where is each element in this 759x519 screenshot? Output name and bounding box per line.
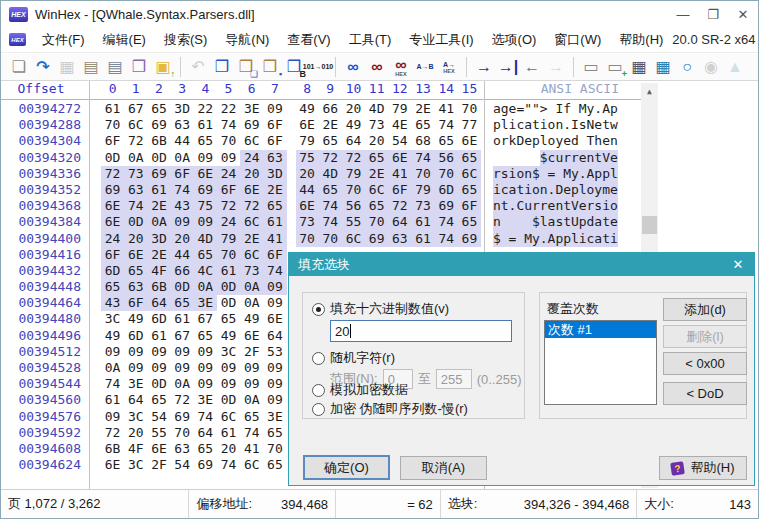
byte-cell[interactable]: 0A — [171, 150, 194, 166]
ansi-cell[interactable]: $ — [540, 150, 548, 166]
byte-cell[interactable]: 0A — [240, 279, 263, 295]
byte-cell[interactable]: 6E — [263, 311, 286, 327]
byte-cell[interactable]: 6F — [217, 182, 240, 198]
byte-cell[interactable]: 6F — [171, 166, 194, 182]
ansi-cell[interactable]: c — [516, 117, 524, 133]
help-button[interactable]: ? 帮助(H) — [659, 456, 747, 480]
pass-list-item[interactable]: 次数 #1 — [545, 321, 656, 338]
byte-cell[interactable]: 2E — [319, 117, 342, 133]
ansi-cell[interactable]: l — [610, 166, 618, 182]
byte-cell[interactable]: 65 — [319, 182, 342, 198]
byte-cell[interactable]: 63 — [124, 279, 147, 295]
ansi-cell[interactable]: l — [501, 117, 509, 133]
ansi-cell[interactable]: a — [594, 231, 602, 247]
ansi-cell[interactable]: t — [594, 150, 602, 166]
byte-cell[interactable]: 6E — [240, 182, 263, 198]
new-file-icon[interactable]: ❏ — [7, 55, 31, 79]
byte-cell[interactable]: 54 — [388, 133, 411, 149]
ansi-cell[interactable]: i — [509, 166, 517, 182]
byte-cell[interactable]: 0A — [240, 392, 263, 408]
byte-cell[interactable]: 0D — [217, 392, 240, 408]
find-hex-icon[interactable]: ∞HEX — [389, 55, 413, 79]
ansi-cell[interactable]: r — [587, 198, 595, 214]
byte-cell[interactable]: 65 — [263, 425, 286, 441]
byte-cell[interactable]: 54 — [147, 409, 170, 425]
byte-cell[interactable]: 79 — [296, 133, 319, 149]
byte-cell[interactable]: 6E — [124, 247, 147, 263]
ansi-cell[interactable]: A — [587, 166, 595, 182]
radio-simulate-encrypted[interactable]: 模拟加密数据 — [312, 381, 408, 399]
byte-cell[interactable]: 6E — [296, 198, 319, 214]
hex-value-input[interactable]: 20 — [330, 320, 512, 342]
ansi-cell[interactable]: y — [532, 231, 540, 247]
byte-cell[interactable]: 43 — [171, 198, 194, 214]
ansi-cell[interactable]: t — [602, 117, 610, 133]
ansi-cell[interactable]: . — [509, 198, 517, 214]
menu-item-file[interactable]: 文件(F) — [33, 27, 94, 53]
byte-cell[interactable]: 6E — [296, 117, 319, 133]
byte-cell[interactable]: 55 — [147, 425, 170, 441]
byte-cell[interactable]: 65 — [411, 117, 434, 133]
byte-cell[interactable]: 67 — [194, 311, 217, 327]
byte-cell[interactable]: 61 — [411, 231, 434, 247]
byte-cell[interactable]: 74 — [194, 409, 217, 425]
ansi-cell[interactable]: M — [579, 101, 587, 117]
byte-cell[interactable]: 09 — [217, 360, 240, 376]
paste-clipboard-icon[interactable]: ❒❏ — [234, 55, 258, 79]
byte-cell[interactable]: 20 — [124, 425, 147, 441]
ansi-cell[interactable] — [509, 150, 517, 166]
byte-cell[interactable]: 70 — [342, 182, 365, 198]
byte-cell[interactable]: 6E — [388, 150, 411, 166]
byte-cell[interactable]: 65 — [365, 150, 388, 166]
menu-item-tools[interactable]: 工具(T) — [340, 27, 401, 53]
byte-cell[interactable]: 3C — [124, 409, 147, 425]
byte-cell[interactable]: 09 — [124, 344, 147, 360]
byte-cell[interactable]: 0D — [217, 295, 240, 311]
byte-cell[interactable]: 4E — [388, 117, 411, 133]
ansi-cell[interactable]: M — [524, 231, 532, 247]
byte-cell[interactable]: 09 — [263, 101, 286, 117]
ansi-cell[interactable]: p — [579, 214, 587, 230]
byte-cell[interactable]: 6E — [194, 166, 217, 182]
byte-cell[interactable]: 2E — [147, 247, 170, 263]
byte-cell[interactable]: 65 — [194, 328, 217, 344]
document-icon[interactable]: HEX — [9, 33, 26, 46]
byte-cell[interactable]: 70 — [296, 231, 319, 247]
ansi-cell[interactable]: h — [594, 133, 602, 149]
close-button[interactable]: ✕ — [728, 1, 758, 27]
ansi-cell[interactable] — [501, 214, 509, 230]
byte-cell[interactable]: 6C — [124, 117, 147, 133]
byte-cell[interactable]: 09 — [171, 214, 194, 230]
byte-cell[interactable]: 65 — [458, 182, 481, 198]
byte-cell[interactable]: 0D — [147, 376, 170, 392]
byte-cell[interactable]: 4D — [365, 101, 388, 117]
ansi-cell[interactable]: " — [532, 101, 540, 117]
ansi-cell[interactable] — [516, 150, 524, 166]
maximize-button[interactable]: ❐ — [698, 1, 728, 27]
byte-cell[interactable]: 79 — [342, 166, 365, 182]
ansi-cell[interactable]: y — [587, 101, 595, 117]
ansi-cell[interactable]: i — [579, 231, 587, 247]
byte-cell[interactable]: 0A — [194, 279, 217, 295]
byte-cell[interactable]: 79 — [411, 182, 434, 198]
ansi-cell[interactable]: = — [548, 166, 556, 182]
ansi-cell[interactable]: e — [579, 198, 587, 214]
byte-cell[interactable]: 70 — [458, 101, 481, 117]
scroll-up-icon[interactable]: ▲ — [641, 83, 658, 99]
byte-cell[interactable]: 70 — [319, 231, 342, 247]
ansi-cell[interactable]: e — [610, 182, 618, 198]
byte-cell[interactable]: 2E — [147, 198, 170, 214]
byte-cell[interactable]: 6D — [147, 311, 170, 327]
ansi-cell[interactable]: k — [509, 133, 517, 149]
ansi-cell[interactable]: e — [610, 150, 618, 166]
byte-cell[interactable]: 67 — [171, 328, 194, 344]
ansi-cell[interactable]: n — [610, 133, 618, 149]
ansi-cell[interactable]: . — [548, 182, 556, 198]
byte-cell[interactable]: 65 — [147, 392, 170, 408]
ansi-cell[interactable]: e — [563, 133, 571, 149]
byte-cell[interactable]: 3E — [240, 101, 263, 117]
overwrite-pass-list[interactable]: 次数 #1 — [544, 320, 657, 405]
byte-cell[interactable]: 65 — [240, 409, 263, 425]
byte-cell[interactable]: 77 — [458, 117, 481, 133]
byte-cell[interactable]: 69 — [194, 457, 217, 473]
